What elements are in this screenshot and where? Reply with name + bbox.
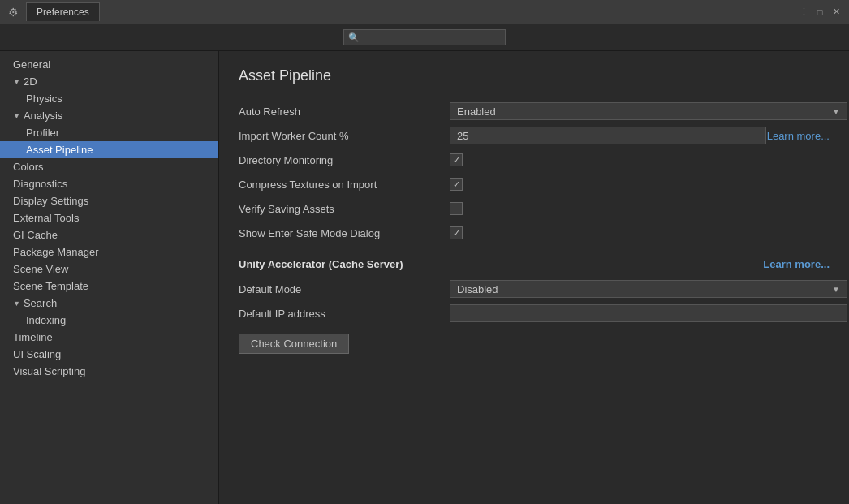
setting-default-mode: Default Mode Disabled ▼: [239, 278, 830, 299]
cache-server-learn-more[interactable]: Learn more...: [763, 258, 830, 270]
sidebar-item-label: Scene View: [13, 263, 68, 275]
setting-safe-mode: Show Enter Safe Mode Dialog: [239, 222, 830, 243]
directory-monitoring-control: [450, 153, 830, 166]
import-worker-input[interactable]: [450, 127, 766, 144]
dropdown-arrow-icon: ▼: [832, 107, 840, 116]
import-worker-learn-more[interactable]: Learn more...: [767, 130, 830, 142]
sidebar-item-display-settings[interactable]: Display Settings: [0, 192, 218, 209]
title-bar: ⚙ Preferences ⋮ □ ✕: [0, 0, 849, 24]
directory-monitoring-checkbox[interactable]: [450, 153, 463, 166]
setting-compress-textures: Compress Textures on Import: [239, 174, 830, 195]
sidebar-item-label: Diagnostics: [13, 178, 67, 190]
default-mode-dropdown[interactable]: Disabled ▼: [450, 280, 847, 298]
setting-default-ip: Default IP address: [239, 303, 830, 324]
sidebar-item-label: Asset Pipeline: [26, 144, 93, 156]
sidebar: General ▼ 2D Physics ▼ Analysis Profiler…: [0, 51, 219, 504]
content-panel: Asset Pipeline Auto Refresh Enabled ▼ Im…: [219, 51, 849, 504]
check-connection-button[interactable]: Check Connection: [239, 334, 349, 354]
cache-server-heading-text: Unity Accelerator (Cache Server): [239, 258, 403, 270]
sidebar-item-external-tools[interactable]: External Tools: [0, 209, 218, 226]
sidebar-item-label: Scene Template: [13, 280, 88, 292]
sidebar-item-visual-scripting[interactable]: Visual Scripting: [0, 363, 218, 380]
sidebar-item-analysis[interactable]: ▼ Analysis: [0, 107, 218, 124]
sidebar-item-search[interactable]: ▼ Search: [0, 295, 218, 312]
import-worker-label: Import Worker Count %: [239, 130, 450, 142]
sidebar-item-diagnostics[interactable]: Diagnostics: [0, 175, 218, 192]
default-mode-label: Default Mode: [239, 283, 450, 295]
setting-auto-refresh: Auto Refresh Enabled ▼: [239, 101, 830, 122]
import-worker-control: Learn more...: [450, 127, 830, 144]
sidebar-item-label: Display Settings: [13, 195, 88, 207]
more-options-button[interactable]: ⋮: [797, 6, 810, 19]
sidebar-item-label: Visual Scripting: [13, 365, 85, 377]
sidebar-item-timeline[interactable]: Timeline: [0, 329, 218, 346]
search-wrapper: 🔍: [343, 29, 506, 45]
default-ip-label: Default IP address: [239, 308, 450, 320]
expand-icon-2d: ▼: [13, 78, 20, 86]
main-layout: General ▼ 2D Physics ▼ Analysis Profiler…: [0, 51, 849, 504]
default-mode-control: Disabled ▼: [450, 280, 847, 298]
sidebar-item-gi-cache[interactable]: GI Cache: [0, 226, 218, 243]
directory-monitoring-label: Directory Monitoring: [239, 154, 450, 166]
default-ip-control: [450, 304, 847, 322]
page-title: Asset Pipeline: [239, 67, 830, 84]
sidebar-item-physics[interactable]: Physics: [0, 90, 218, 107]
auto-refresh-dropdown[interactable]: Enabled ▼: [450, 102, 847, 120]
expand-icon-search: ▼: [13, 299, 20, 308]
sidebar-item-label: Package Manager: [13, 246, 99, 258]
sidebar-item-ui-scaling[interactable]: UI Scaling: [0, 346, 218, 363]
cache-server-heading: Unity Accelerator (Cache Server) Learn m…: [239, 258, 830, 270]
window-tab[interactable]: Preferences: [26, 2, 100, 21]
sidebar-item-label: Indexing: [26, 314, 66, 326]
sidebar-item-label: General: [13, 58, 50, 71]
sidebar-item-label: Colors: [13, 161, 44, 173]
safe-mode-checkbox[interactable]: [450, 226, 463, 239]
window-controls: ⋮ □ ✕: [797, 6, 843, 19]
sidebar-item-label: Physics: [26, 93, 62, 105]
maximize-button[interactable]: □: [813, 6, 826, 19]
close-button[interactable]: ✕: [830, 6, 843, 19]
sidebar-item-label: UI Scaling: [13, 348, 61, 360]
verify-saving-label: Verify Saving Assets: [239, 203, 450, 215]
compress-textures-checkbox[interactable]: [450, 178, 463, 191]
sidebar-item-general[interactable]: General: [0, 56, 218, 73]
default-mode-value: Disabled: [457, 283, 498, 295]
dropdown-arrow-icon-2: ▼: [832, 285, 840, 294]
auto-refresh-control: Enabled ▼: [450, 102, 847, 120]
default-ip-input[interactable]: [450, 304, 847, 322]
search-icon: 🔍: [348, 32, 360, 43]
auto-refresh-value: Enabled: [457, 106, 496, 118]
search-bar: 🔍: [0, 24, 849, 51]
sidebar-item-colors[interactable]: Colors: [0, 158, 218, 175]
setting-directory-monitoring: Directory Monitoring: [239, 149, 830, 170]
sidebar-item-label: 2D: [24, 75, 37, 88]
expand-icon-analysis: ▼: [13, 112, 20, 120]
verify-saving-checkbox[interactable]: [450, 202, 463, 215]
sidebar-item-profiler[interactable]: Profiler: [0, 124, 218, 141]
setting-verify-saving: Verify Saving Assets: [239, 198, 830, 219]
sidebar-item-label: Timeline: [13, 331, 53, 343]
window-icon: ⚙: [6, 6, 19, 19]
search-input[interactable]: [343, 29, 506, 45]
compress-textures-control: [450, 178, 830, 191]
sidebar-item-package-manager[interactable]: Package Manager: [0, 243, 218, 261]
sidebar-item-label: Search: [24, 297, 57, 309]
compress-textures-label: Compress Textures on Import: [239, 179, 450, 191]
sidebar-item-2d[interactable]: ▼ 2D: [0, 73, 218, 90]
setting-import-worker: Import Worker Count % Learn more...: [239, 125, 830, 146]
safe-mode-control: [450, 226, 830, 239]
sidebar-item-label: Profiler: [26, 127, 59, 139]
verify-saving-control: [450, 202, 830, 215]
sidebar-item-indexing[interactable]: Indexing: [0, 312, 218, 329]
sidebar-item-label: External Tools: [13, 212, 79, 224]
sidebar-item-scene-view[interactable]: Scene View: [0, 261, 218, 278]
auto-refresh-label: Auto Refresh: [239, 106, 450, 118]
check-connection-wrapper: Check Connection: [239, 334, 830, 354]
sidebar-item-label: GI Cache: [13, 229, 58, 241]
sidebar-item-label: Analysis: [24, 110, 62, 122]
sidebar-item-scene-template[interactable]: Scene Template: [0, 278, 218, 295]
sidebar-item-asset-pipeline[interactable]: Asset Pipeline: [0, 141, 218, 158]
safe-mode-label: Show Enter Safe Mode Dialog: [239, 227, 450, 239]
